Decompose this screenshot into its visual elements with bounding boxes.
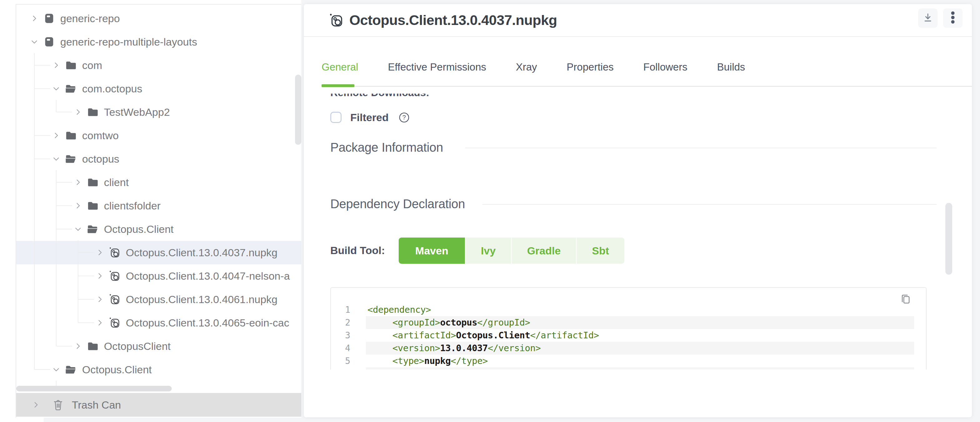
chevron-right-icon[interactable]: [32, 401, 40, 409]
content-vertical-scrollbar[interactable]: [945, 203, 952, 274]
dependency-declaration-heading: Dependency Declaration: [330, 197, 465, 211]
tab-followers[interactable]: Followers: [643, 61, 687, 73]
tree-item-com-octopus[interactable]: com.octopus: [16, 77, 301, 100]
artifact-header: Octopus.Client.13.0.4037.nupkg: [304, 4, 972, 37]
tree-item-octopus-client-13-0-4061-nupkg[interactable]: Octopus.Client.13.0.4061.nupkg: [16, 288, 301, 311]
tree-connector-line: [56, 100, 57, 112]
folder-open-icon: [86, 224, 99, 235]
code-line-text: <groupId>octopus</groupId>: [393, 316, 530, 329]
tree-item-label: Octopus.Client.13.0.4061.nupkg: [126, 293, 278, 306]
build-tool-gradle[interactable]: Gradle: [512, 238, 576, 264]
code-line-number: 2: [331, 316, 350, 329]
folder-icon: [65, 60, 77, 71]
tree-connector-line: [57, 182, 72, 182]
tree-item-label: Octopus.Client: [82, 363, 152, 376]
chevron-down-icon[interactable]: [52, 84, 60, 93]
tab-general[interactable]: General: [321, 61, 358, 73]
trash-can-label: Trash Can: [72, 399, 121, 411]
chevron-right-icon[interactable]: [74, 108, 82, 116]
repo-icon: [43, 13, 55, 24]
repository-tree-sidebar: generic-repogeneric-repo-multiple-layout…: [16, 4, 301, 418]
sidebar-vertical-scrollbar[interactable]: [295, 75, 301, 145]
tab-underline: [321, 86, 972, 87]
chevron-right-icon[interactable]: [96, 295, 104, 303]
chevron-right-icon[interactable]: [96, 249, 104, 257]
folder-icon: [86, 341, 99, 352]
repo-icon: [43, 36, 55, 47]
nupkg-icon: [108, 317, 121, 329]
tree-item-label: Octopus.Client.13.0.4065-eoin-cac: [126, 317, 290, 329]
tree-item-label: generic-repo-multiple-layouts: [60, 36, 197, 48]
build-tool-label: Build Tool:: [330, 244, 385, 257]
file-tree: generic-repogeneric-repo-multiple-layout…: [16, 5, 301, 386]
more-actions-button[interactable]: [943, 8, 963, 28]
code-line-stripe: [366, 367, 914, 370]
sidebar-horizontal-scrollbar[interactable]: [16, 386, 172, 392]
build-tool-ivy[interactable]: Ivy: [466, 238, 511, 264]
tree-item-octopus[interactable]: octopus: [16, 148, 301, 171]
code-line-number: 6: [331, 367, 350, 370]
page-background-bottom: [44, 418, 301, 422]
tab-xray[interactable]: Xray: [516, 61, 537, 73]
tree-connector-line: [35, 88, 50, 89]
tree-connector-line: [57, 229, 72, 229]
chevron-down-icon[interactable]: [52, 365, 60, 374]
tree-connector-line: [35, 369, 50, 370]
tree-connector-line: [56, 170, 57, 346]
tab-bar: GeneralEffective PermissionsXrayProperti…: [321, 61, 745, 73]
artifact-detail-panel: Octopus.Client.13.0.4037.nupkg GeneralEf…: [304, 4, 972, 417]
tree-connector-line: [35, 65, 50, 65]
tree-item-octopus-client-13-0-4047-nelson-a[interactable]: Octopus.Client.13.0.4047-nelson-a: [16, 264, 301, 288]
chevron-right-icon[interactable]: [74, 342, 82, 350]
chevron-right-icon[interactable]: [74, 201, 82, 210]
tree-item-label: Octopus.Client: [104, 223, 173, 235]
tab-effective-permissions[interactable]: Effective Permissions: [388, 61, 486, 73]
tree-item-label: com: [82, 59, 102, 71]
nupkg-icon: [108, 270, 121, 282]
chevron-right-icon[interactable]: [30, 14, 38, 22]
sidebar-item-trash-can[interactable]: Trash Can: [16, 393, 301, 417]
chevron-down-icon[interactable]: [52, 155, 60, 163]
download-button[interactable]: [918, 8, 937, 28]
code-line-number: 3: [331, 329, 350, 342]
tree-item-octopus-client[interactable]: Octopus.Client: [16, 358, 301, 381]
tree-item-comtwo[interactable]: comtwo: [16, 124, 301, 148]
tree-item-octopus-client-13-0-4065-eoin-cac[interactable]: Octopus.Client.13.0.4065-eoin-cac: [16, 311, 301, 335]
filtered-checkbox[interactable]: [330, 112, 342, 123]
tree-item-label: Octopus.Client.13.0.4047-nelson-a: [126, 270, 290, 282]
chevron-right-icon[interactable]: [96, 319, 104, 327]
tree-item-label: comtwo: [82, 130, 119, 142]
chevron-right-icon[interactable]: [74, 178, 82, 186]
section-rule: [482, 204, 937, 205]
folder-icon: [86, 200, 99, 212]
chevron-right-icon[interactable]: [96, 272, 104, 280]
code-line-text: </dependency>: [368, 367, 436, 370]
tab-properties[interactable]: Properties: [566, 61, 614, 73]
copy-icon[interactable]: [900, 293, 911, 305]
kebab-menu-icon: [951, 11, 955, 25]
tree-connector-line: [78, 252, 94, 253]
folder-icon: [86, 177, 99, 188]
chevron-down-icon[interactable]: [74, 225, 82, 233]
chevron-right-icon[interactable]: [52, 61, 60, 69]
build-tool-maven[interactable]: Maven: [399, 238, 465, 264]
code-line-number: 4: [331, 342, 350, 355]
tree-item-label: clientsfolder: [104, 200, 161, 212]
chevron-right-icon[interactable]: [52, 132, 60, 140]
tree-item-octopus-client-13-0-4037-nupkg[interactable]: Octopus.Client.13.0.4037.nupkg: [16, 241, 301, 264]
tab-builds[interactable]: Builds: [717, 61, 745, 73]
tree-item-label: generic-repo: [60, 13, 120, 25]
tree-item-generic-repo-multiple-layouts[interactable]: generic-repo-multiple-layouts: [16, 30, 301, 54]
nupkg-icon: [108, 293, 121, 305]
section-rule: [465, 148, 937, 148]
help-circle-icon[interactable]: ?: [399, 112, 410, 123]
package-information-heading: Package Information: [330, 140, 443, 154]
tree-connector-line: [78, 299, 94, 300]
trash-icon: [53, 399, 63, 411]
chevron-down-icon[interactable]: [30, 38, 38, 46]
general-tab-content: Remote Downloads: Filtered ? Package Inf…: [304, 94, 972, 370]
remote-downloads-label: Remote Downloads:: [330, 94, 429, 98]
build-tool-sbt[interactable]: Sbt: [577, 238, 624, 264]
tree-item-generic-repo[interactable]: generic-repo: [16, 7, 301, 30]
tree-item-com[interactable]: com: [16, 54, 301, 77]
